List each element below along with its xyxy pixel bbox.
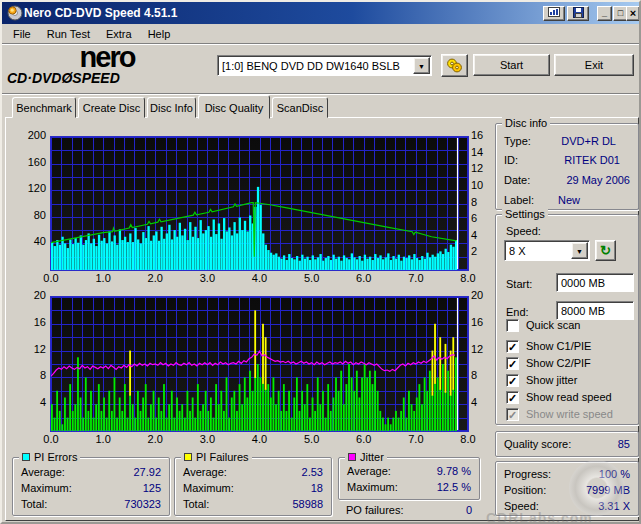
axis-tick: 8.0 [457, 272, 479, 284]
speed-select[interactable]: 8 X ▼ [504, 240, 590, 261]
pi-failures-stats-group: PI Failures Average:2.53 Maximum:18 Tota… [174, 457, 332, 516]
disc-date-value: 29 May 2006 [566, 174, 630, 186]
pi-errors-chart: 20016012080401614121086420.01.02.03.04.0… [2, 136, 502, 294]
menu-help[interactable]: Help [140, 25, 179, 43]
refresh-icon: ↻ [600, 243, 611, 258]
app-window: Nero CD-DVD Speed 4.51.1 _ □ × File Run … [0, 0, 641, 524]
nero-logo: nero [42, 44, 172, 70]
axis-tick: 2.0 [144, 433, 166, 445]
progress-label: Progress: [504, 468, 551, 480]
pi-errors-swatch-icon [22, 453, 30, 461]
checkbox-row-show-c1-pie: ✓Show C1/PIE [506, 339, 591, 353]
disc-id-label: ID: [504, 154, 518, 166]
po-failures-value: 0 [466, 504, 472, 516]
quality-score-label: Quality score: [504, 438, 571, 450]
disc-info-title: Disc info [502, 117, 550, 129]
tab-scandisc[interactable]: ScanDisc [272, 97, 328, 118]
checkbox-quick-scan[interactable] [506, 319, 519, 332]
start-position-input[interactable]: 0000 MB [556, 273, 634, 292]
quality-score-group: Quality score:85 [495, 431, 639, 457]
axis-tick: 7.0 [405, 272, 427, 284]
pi-failures-chart-canvas [50, 296, 469, 432]
axis-tick: 20 [10, 289, 46, 301]
exit-button[interactable]: Exit [554, 54, 634, 76]
axis-tick: 0.0 [40, 272, 62, 284]
menu-file[interactable]: File [5, 25, 39, 43]
disc-date-label: Date: [504, 174, 530, 186]
close-button[interactable]: × [626, 6, 640, 21]
axis-tick: 5.0 [301, 433, 323, 445]
po-failures-row: PO failures: 0 [346, 504, 472, 516]
nero-logo-subtitle: CD·DVDØSPEED [7, 70, 207, 86]
checkbox-row-show-c2-pif: ✓Show C2/PIF [506, 356, 591, 370]
tab-benchmark[interactable]: Benchmark [12, 97, 76, 118]
chevron-down-icon[interactable]: ▼ [413, 57, 430, 74]
start-position-label: Start: [506, 278, 532, 290]
axis-tick: 200 [10, 129, 46, 141]
tab-disc-quality[interactable]: Disc Quality [198, 95, 270, 119]
checkbox-row-show-jitter: ✓Show jitter [506, 373, 577, 387]
axis-tick: 4.0 [249, 433, 271, 445]
axis-tick: 80 [10, 209, 46, 221]
progress-value: 100 % [599, 468, 630, 480]
disc-label-value: New [558, 194, 580, 206]
settings-title: Settings [502, 208, 548, 220]
po-failures-label: PO failures: [346, 504, 403, 516]
quality-score-value: 85 [618, 438, 630, 450]
pi-failures-chart: 20161284201612840.01.02.03.04.05.06.07.0… [2, 296, 502, 454]
checkbox-show-jitter[interactable]: ✓ [506, 374, 519, 387]
axis-tick: 1.0 [92, 433, 114, 445]
position-label: Position: [504, 484, 546, 496]
disc-info-group: Disc info Type:DVD+R DL ID:RITEK D01 Dat… [495, 123, 639, 210]
disc-id-value: RITEK D01 [564, 154, 620, 166]
settings-group: Settings Speed: 8 X ▼ ↻ Start: 0000 MB E… [495, 214, 639, 425]
refresh-button[interactable]: ↻ [595, 240, 616, 261]
axis-tick: 8 [10, 369, 46, 381]
axis-tick: 4.0 [249, 272, 271, 284]
jitter-legend: Jitter [345, 451, 387, 463]
checkbox-show-read-speed[interactable]: ✓ [506, 391, 519, 404]
speed-stat-value: 3.31 X [598, 500, 630, 512]
disc-label-label: Label: [504, 194, 534, 206]
chevron-down-icon[interactable]: ▼ [571, 242, 588, 259]
window-title: Nero CD-DVD Speed 4.51.1 [24, 6, 177, 20]
drive-select[interactable]: [1:0] BENQ DVD DD DW1640 BSLB ▼ [217, 55, 432, 76]
pi-errors-chart-canvas [50, 136, 469, 271]
disc-type-value: DVD+R DL [561, 135, 616, 147]
checkbox-show-write-speed[interactable]: ✓ [506, 408, 519, 421]
axis-tick: 6.0 [353, 272, 375, 284]
app-icon [7, 5, 23, 21]
disc-tray-button[interactable] [441, 54, 468, 77]
axis-tick: 4 [10, 396, 46, 408]
speed-label: Speed: [506, 225, 541, 237]
menu-extra[interactable]: Extra [98, 25, 140, 43]
axis-tick: 12 [10, 343, 46, 355]
axis-tick: 6.0 [353, 433, 375, 445]
axis-tick: 160 [10, 156, 46, 168]
speed-stat-label: Speed: [504, 500, 539, 512]
start-button[interactable]: Start [473, 54, 550, 76]
floppy-disk-icon [573, 7, 584, 18]
minimize-button[interactable]: _ [597, 6, 612, 21]
axis-tick: 120 [10, 182, 46, 194]
save-button[interactable] [567, 6, 589, 21]
checkbox-row-show-write-speed: ✓Show write speed [506, 407, 613, 421]
pi-failures-legend: PI Failures [181, 451, 252, 463]
axis-tick: 16 [10, 316, 46, 328]
disc-type-label: Type: [504, 135, 531, 147]
axis-tick: 1.0 [92, 272, 114, 284]
axis-tick: 5.0 [301, 272, 323, 284]
axis-tick: 2.0 [144, 272, 166, 284]
menu-run-test[interactable]: Run Test [39, 25, 98, 43]
jitter-swatch-icon [348, 453, 356, 461]
checkbox-row-show-read-speed: ✓Show read speed [506, 390, 612, 404]
jitter-stats-group: Jitter Average:9.78 % Maximum:12.5 % [338, 457, 480, 500]
chart-view-button[interactable] [543, 6, 565, 21]
discs-icon [446, 58, 463, 73]
axis-tick: 0.0 [40, 433, 62, 445]
checkbox-show-c1-pie[interactable]: ✓ [506, 340, 519, 353]
checkbox-row-quick-scan: Quick scan [506, 318, 580, 332]
checkbox-show-c2-pif[interactable]: ✓ [506, 357, 519, 370]
tab-disc-info[interactable]: Disc Info [147, 97, 196, 118]
tab-create-disc[interactable]: Create Disc [78, 97, 145, 118]
